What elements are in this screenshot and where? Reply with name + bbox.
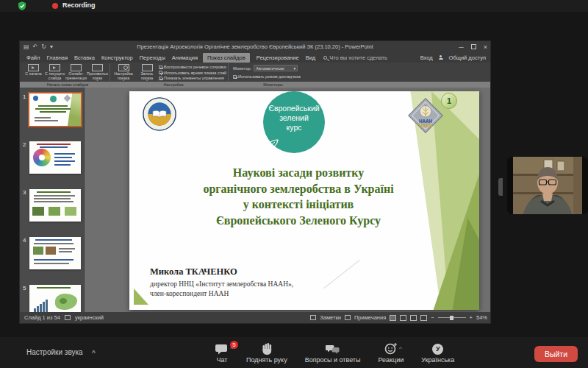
- thumb-number: 3: [23, 189, 26, 196]
- thumb-image: [32, 207, 44, 216]
- thumb-ukraine-map: [55, 294, 77, 310]
- interpretation-button[interactable]: У Українська: [419, 341, 456, 365]
- zoom-level[interactable]: 54%: [476, 314, 487, 321]
- monitors-group-label: Мониторы: [234, 82, 312, 87]
- slide-thumbnail-2[interactable]: [29, 141, 81, 174]
- ribbon-slideshow: С начала С текущего слайда Онлайн-презен…: [20, 63, 490, 82]
- qa-icon: [326, 344, 340, 355]
- thumb-image: [33, 247, 43, 255]
- ppt-statusbar: Слайд 1 из 54 украинский Заметки Примеча…: [20, 312, 490, 323]
- tab-file[interactable]: Файл: [26, 54, 40, 61]
- slide-thumbnail-1[interactable]: [29, 93, 81, 126]
- qa-button[interactable]: Вопросы и ответы: [303, 341, 363, 365]
- from-beginning-icon: [28, 64, 39, 71]
- author-name: Микола ТКАЧЕНКО: [150, 266, 293, 277]
- recording-dot-icon: [52, 3, 58, 9]
- share-button[interactable]: Общий доступ: [449, 54, 486, 61]
- leave-meeting-button[interactable]: Выйти: [534, 346, 578, 362]
- language-indicator[interactable]: украинский: [75, 314, 104, 321]
- maximize-icon[interactable]: [471, 44, 476, 49]
- ribbon-group-labels: Начать показ слайдов Настройка Мониторы: [20, 82, 490, 88]
- notes-button[interactable]: Заметки: [320, 314, 341, 321]
- ribbon-divider: [110, 63, 110, 81]
- setup-group-label: Настройка: [115, 82, 232, 87]
- slide-thumbnail-3[interactable]: [29, 189, 81, 222]
- minimize-icon[interactable]: ─: [459, 43, 463, 51]
- participant-video-tile[interactable]: [507, 157, 588, 214]
- audio-settings-caret-icon[interactable]: ^: [92, 349, 96, 356]
- video-panel-collapse-handle[interactable]: [498, 178, 503, 196]
- setup-slideshow-button[interactable]: Настройка показа слайдов: [112, 63, 135, 81]
- from-beginning-button[interactable]: С начала: [23, 63, 44, 81]
- thumb-number: 5: [23, 285, 26, 291]
- from-current-slide-button[interactable]: С текущего слайда: [44, 63, 65, 81]
- tab-view[interactable]: Вид: [306, 54, 316, 61]
- slide-canvas[interactable]: Європейський зелений курс НААН: [85, 88, 490, 314]
- use-timings-checkbox[interactable]: Использовать время показа слайдов: [159, 71, 226, 75]
- setup-slideshow-icon: [118, 64, 129, 71]
- start-group-label: Начать показ слайдов: [24, 82, 111, 87]
- slide-thumbnail-4[interactable]: [29, 237, 81, 269]
- current-slide[interactable]: Європейський зелений курс НААН: [129, 91, 479, 310]
- slide-corner-triangle: [134, 289, 148, 305]
- audio-settings-button[interactable]: Настройки звука ^: [26, 348, 96, 356]
- security-shield-icon[interactable]: [18, 1, 26, 10]
- account-share-area: Вход Общий доступ: [420, 54, 486, 61]
- tab-design[interactable]: Конструктор: [101, 54, 133, 61]
- chat-button[interactable]: 5 ^ Чат: [213, 341, 231, 365]
- close-icon[interactable]: ×: [484, 43, 487, 51]
- tab-transitions[interactable]: Переходы: [140, 54, 165, 61]
- slide-author-block[interactable]: Микола ТКАЧЕНКО директор ННЦ «Інститут з…: [150, 266, 293, 298]
- zoom-out-button[interactable]: −: [431, 314, 434, 321]
- thumb-pie-diagram: [33, 149, 51, 166]
- tab-animations[interactable]: Анимация: [172, 54, 198, 61]
- play-narrations-checkbox[interactable]: Воспроизвести речевое сопровождение: [159, 65, 226, 69]
- monitor-dropdown[interactable]: Автоматически ▾: [254, 65, 298, 71]
- window-title: Презентація Агроекологія Органічне земле…: [20, 43, 490, 50]
- toolbar-button-group: 5 ^ Чат П: [213, 341, 456, 365]
- comments-button[interactable]: Примечания: [354, 314, 386, 321]
- comments-icon: [345, 315, 351, 320]
- slide-thumbnail-5[interactable]: [29, 285, 81, 314]
- naas-latin: NAAS: [419, 123, 432, 128]
- tab-home[interactable]: Главная: [46, 54, 68, 61]
- show-media-controls-checkbox[interactable]: Показать элементы управления: [159, 76, 226, 80]
- notes-icon: [310, 315, 316, 320]
- proofing-icon[interactable]: [65, 315, 71, 320]
- zoom-slider[interactable]: [438, 317, 466, 318]
- normal-view-button[interactable]: [390, 315, 396, 321]
- tab-slideshow[interactable]: Показ слайдов: [203, 53, 250, 63]
- window-controls: ─ ×: [459, 41, 487, 52]
- raise-hand-button[interactable]: Поднять руку: [244, 341, 290, 365]
- reactions-caret-icon[interactable]: ^: [399, 345, 402, 352]
- tab-review[interactable]: Рецензирование: [257, 54, 299, 61]
- author-role-1: директор ННЦ «Інститут землеробства НААН…: [150, 280, 293, 289]
- monitor-label: Монитор:: [233, 66, 251, 71]
- thumb-image: [65, 207, 76, 216]
- zoom-bottom-toolbar: Настройки звука ^ 5 ^ Чат: [0, 337, 588, 368]
- recording-label: Recording: [62, 1, 96, 9]
- slideshow-view-button[interactable]: [420, 315, 427, 321]
- thumb-number: 4: [23, 237, 26, 244]
- chat-caret-icon[interactable]: ^: [230, 345, 233, 352]
- slide-sorter-view-button[interactable]: [400, 315, 406, 321]
- zoom-meeting-screen: Recording ▤ ↶ ↻ ▾ Презентація Агроеколог…: [0, 0, 588, 368]
- slide-title[interactable]: Наукові засади розвитку органічного земл…: [143, 165, 454, 228]
- thumb-image: [49, 207, 60, 216]
- custom-slideshow-button[interactable]: Произвольный показ слайдов: [87, 63, 108, 81]
- tell-me-search[interactable]: Что вы хотите сделать: [323, 54, 387, 61]
- reactions-button[interactable]: ^ Реакции: [376, 341, 406, 365]
- reading-view-button[interactable]: [410, 315, 417, 321]
- slide-counter: Слайд 1 из 54: [24, 314, 60, 321]
- powerpoint-window: ▤ ↶ ↻ ▾ Презентація Агроекологія Органіч…: [19, 40, 491, 324]
- record-slideshow-icon: [142, 64, 153, 71]
- slide-number-badge: 1: [441, 93, 457, 109]
- presenter-view-checkbox[interactable]: Использовать режим докладчика: [233, 74, 309, 79]
- present-online-button[interactable]: Онлайн-презентация: [65, 63, 87, 81]
- tab-insert[interactable]: Вставка: [74, 54, 95, 61]
- checkbox-icon: [159, 77, 162, 80]
- signin-button[interactable]: Вход: [420, 54, 433, 61]
- search-icon: [323, 56, 327, 60]
- record-slideshow-button[interactable]: Запись показа слайдов: [135, 63, 159, 81]
- zoom-in-button[interactable]: +: [470, 314, 473, 321]
